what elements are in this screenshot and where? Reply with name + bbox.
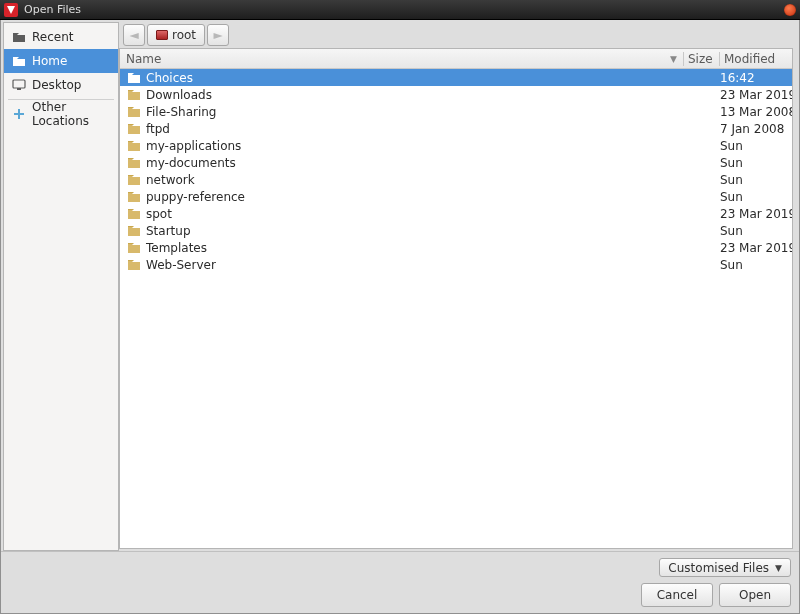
- file-name: network: [142, 173, 684, 187]
- sidebar-item-label: Home: [32, 54, 67, 68]
- file-modified: Sun: [720, 190, 792, 204]
- app-icon: [4, 3, 18, 17]
- file-modified: 16:42: [720, 71, 792, 85]
- file-modified: 23 Mar 2019: [720, 88, 792, 102]
- sidebar-item-label: Desktop: [32, 78, 82, 92]
- folder-icon: [126, 259, 142, 271]
- file-name: Startup: [142, 224, 684, 238]
- sidebar-item-desktop[interactable]: Desktop: [4, 73, 118, 97]
- file-row[interactable]: Templates23 Mar 2019: [120, 239, 792, 256]
- folder-icon: [126, 106, 142, 118]
- file-name: Web-Server: [142, 258, 684, 272]
- folder-icon: [126, 72, 142, 84]
- folder-icon: [126, 191, 142, 203]
- column-header-name[interactable]: Name ▼: [120, 52, 684, 66]
- open-button[interactable]: Open: [719, 583, 791, 607]
- file-rows: Choices16:42Downloads23 Mar 2019File-Sha…: [120, 69, 792, 548]
- folder-icon: [126, 225, 142, 237]
- window-titlebar: Open Files: [0, 0, 800, 20]
- folder-icon: [126, 140, 142, 152]
- places-sidebar: Recent Home Desktop Other Locations: [3, 22, 119, 551]
- file-row[interactable]: puppy-referenceSun: [120, 188, 792, 205]
- window-title: Open Files: [24, 3, 784, 16]
- close-icon[interactable]: [784, 4, 796, 16]
- svg-rect-1: [17, 88, 21, 90]
- file-name: my-documents: [142, 156, 684, 170]
- sidebar-item-label: Other Locations: [32, 100, 110, 128]
- file-row[interactable]: my-documentsSun: [120, 154, 792, 171]
- path-bar: ◄ root ►: [119, 22, 797, 48]
- file-row[interactable]: spot23 Mar 2019: [120, 205, 792, 222]
- file-row[interactable]: Choices16:42: [120, 69, 792, 86]
- column-header-label: Name: [126, 52, 161, 66]
- file-filter-label: Customised Files: [668, 561, 769, 575]
- file-name: Templates: [142, 241, 684, 255]
- file-modified: Sun: [720, 224, 792, 238]
- button-label: Open: [739, 588, 771, 602]
- folder-icon: [126, 89, 142, 101]
- column-header-modified[interactable]: Modified: [720, 52, 792, 66]
- folder-icon: [126, 123, 142, 135]
- file-row[interactable]: ftpd7 Jan 2008: [120, 120, 792, 137]
- file-row[interactable]: File-Sharing13 Mar 2008: [120, 103, 792, 120]
- file-row[interactable]: Downloads23 Mar 2019: [120, 86, 792, 103]
- file-modified: Sun: [720, 173, 792, 187]
- folder-icon: [126, 208, 142, 220]
- file-row[interactable]: my-applicationsSun: [120, 137, 792, 154]
- column-header-size[interactable]: Size: [684, 52, 720, 66]
- file-name: my-applications: [142, 139, 684, 153]
- plus-icon: [12, 107, 26, 121]
- file-name: Choices: [142, 71, 684, 85]
- file-row[interactable]: StartupSun: [120, 222, 792, 239]
- file-name: puppy-reference: [142, 190, 684, 204]
- sort-indicator-icon: ▼: [670, 54, 677, 64]
- sidebar-item-other-locations[interactable]: Other Locations: [4, 102, 118, 126]
- upper-area: Recent Home Desktop Other Locations: [3, 22, 797, 551]
- sidebar-item-home[interactable]: Home: [4, 49, 118, 73]
- file-modified: Sun: [720, 258, 792, 272]
- dialog-footer: Customised Files ▼ Cancel Open: [1, 551, 799, 613]
- file-modified: 7 Jan 2008: [720, 122, 792, 136]
- column-headers: Name ▼ Size Modified: [120, 49, 792, 69]
- nav-forward-button[interactable]: ►: [207, 24, 229, 46]
- folder-icon: [12, 30, 26, 44]
- file-list: Name ▼ Size Modified Choices16:42Downloa…: [119, 48, 793, 549]
- chevron-right-icon: ►: [213, 28, 222, 42]
- drive-icon: [156, 30, 168, 40]
- folder-icon: [126, 242, 142, 254]
- folder-icon: [12, 54, 26, 68]
- main-area: ◄ root ► Name ▼ Size: [119, 22, 797, 551]
- nav-back-button[interactable]: ◄: [123, 24, 145, 46]
- file-filter-dropdown[interactable]: Customised Files ▼: [659, 558, 791, 577]
- column-header-label: Size: [688, 52, 713, 66]
- file-modified: 23 Mar 2019: [720, 241, 792, 255]
- button-label: Cancel: [657, 588, 698, 602]
- file-name: spot: [142, 207, 684, 221]
- file-name: File-Sharing: [142, 105, 684, 119]
- file-name: Downloads: [142, 88, 684, 102]
- sidebar-item-recent[interactable]: Recent: [4, 25, 118, 49]
- sidebar-item-label: Recent: [32, 30, 73, 44]
- breadcrumb-root[interactable]: root: [147, 24, 205, 46]
- cancel-button[interactable]: Cancel: [641, 583, 713, 607]
- file-row[interactable]: networkSun: [120, 171, 792, 188]
- svg-rect-0: [13, 80, 25, 88]
- chevron-down-icon: ▼: [775, 563, 782, 573]
- column-header-label: Modified: [724, 52, 775, 66]
- file-modified: 13 Mar 2008: [720, 105, 792, 119]
- file-modified: Sun: [720, 156, 792, 170]
- folder-icon: [126, 157, 142, 169]
- breadcrumb-label: root: [172, 28, 196, 42]
- file-modified: Sun: [720, 139, 792, 153]
- file-row[interactable]: Web-ServerSun: [120, 256, 792, 273]
- folder-icon: [126, 174, 142, 186]
- action-buttons: Cancel Open: [641, 583, 791, 607]
- window-body: Recent Home Desktop Other Locations: [0, 20, 800, 614]
- file-modified: 23 Mar 2019: [720, 207, 792, 221]
- chevron-left-icon: ◄: [129, 28, 138, 42]
- file-name: ftpd: [142, 122, 684, 136]
- desktop-icon: [12, 78, 26, 92]
